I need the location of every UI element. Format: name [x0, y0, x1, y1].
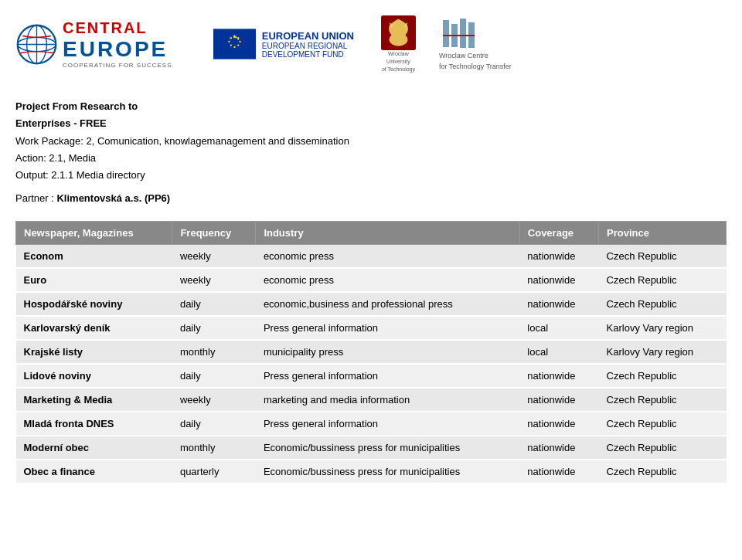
ce-central-label: CENTRAL: [63, 19, 175, 37]
svg-rect-21: [460, 19, 466, 48]
eu-line2: EUROPEAN REGIONAL: [262, 42, 354, 50]
cell-coverage: nationwide: [519, 388, 598, 412]
table-row: Lidové novinydailyPress general informat…: [16, 364, 727, 388]
media-table: Newspaper, Magazines Frequency Industry …: [15, 221, 727, 484]
eu-line1: EUROPEAN UNION: [262, 30, 354, 42]
table-row: Marketing & Mediaweeklymarketing and med…: [16, 388, 727, 412]
project-line1: Project From Research to: [15, 98, 727, 115]
cell-frequency: daily: [172, 364, 256, 388]
table-body: Economweeklyeconomic pressnationwideCzec…: [16, 244, 727, 484]
col-province: Province: [599, 221, 727, 244]
table-row: Karlovarský deníkdailyPress general info…: [16, 316, 727, 340]
ce-text: CENTRAL EUROPE COOPERATING FOR SUCCESS.: [63, 19, 175, 69]
cell-coverage: nationwide: [519, 268, 598, 292]
table-row: Obec a financequarterlyEconomic/bussines…: [16, 460, 727, 484]
wroclaw-logo: Wroclaw University of Technology: [381, 15, 416, 73]
cell-frequency: weekly: [172, 268, 256, 292]
cell-province: Czech Republic: [599, 292, 727, 316]
cell-name: Moderní obec: [16, 436, 172, 460]
svg-rect-19: [443, 20, 449, 47]
cell-frequency: daily: [172, 316, 256, 340]
ce-sub-label: COOPERATING FOR SUCCESS.: [63, 62, 175, 69]
cell-industry: economic press: [256, 268, 519, 292]
cell-province: Czech Republic: [599, 388, 727, 412]
cell-industry: Press general information: [256, 316, 519, 340]
svg-point-11: [233, 46, 235, 48]
cell-province: Karlovy Vary region: [599, 316, 727, 340]
table-row: Euroweeklyeconomic pressnationwideCzech …: [16, 268, 727, 292]
cell-frequency: daily: [172, 292, 256, 316]
cell-coverage: local: [519, 316, 598, 340]
cell-name: Obec a finance: [16, 460, 172, 484]
cell-name: Hospodářské noviny: [16, 292, 172, 316]
cell-name: Marketing & Media: [16, 388, 172, 412]
cell-industry: Economic/bussiness press for municipalit…: [256, 436, 519, 460]
cell-frequency: weekly: [172, 388, 256, 412]
eu-line3: DEVELOPMENT FUND: [262, 50, 354, 59]
globe-icon: [15, 23, 58, 66]
cell-frequency: monthly: [172, 340, 256, 364]
svg-point-15: [233, 36, 235, 38]
svg-point-17: [237, 39, 239, 40]
cell-name: Euro: [16, 268, 172, 292]
wroclaw-centre-logo: Wroclaw Centre for Technology Transfer: [439, 16, 512, 72]
ce-europe-label: EUROPE: [63, 37, 175, 62]
cell-province: Czech Republic: [599, 364, 727, 388]
header-row: Newspaper, Magazines Frequency Industry …: [16, 221, 727, 244]
cell-frequency: monthly: [172, 436, 256, 460]
header-logos: CENTRAL EUROPE COOPERATING FOR SUCCESS.: [15, 8, 727, 84]
table-row: Economweeklyeconomic pressnationwideCzec…: [16, 244, 727, 268]
cell-coverage: nationwide: [519, 412, 598, 436]
project-line3: Work Package: 2, Comunication, knowlagem…: [15, 133, 727, 150]
cell-name: Lidové noviny: [16, 364, 172, 388]
eu-text-block: EUROPEAN UNION EUROPEAN REGIONAL DEVELOP…: [262, 30, 354, 59]
partner-label: Partner :: [15, 192, 56, 204]
svg-point-10: [237, 45, 239, 46]
cell-frequency: weekly: [172, 244, 256, 268]
table-row: Krajské listymonthlymunicipality presslo…: [16, 340, 727, 364]
project-line2: Enterprises - FREE: [15, 115, 727, 132]
cell-coverage: nationwide: [519, 364, 598, 388]
cell-frequency: daily: [172, 412, 256, 436]
svg-point-13: [228, 41, 230, 42]
partner-line: Partner : Klimentovská a.s. (PP6): [15, 190, 727, 207]
cell-province: Czech Republic: [599, 244, 727, 268]
svg-point-9: [239, 41, 240, 42]
cell-coverage: nationwide: [519, 292, 598, 316]
wroclaw-centre-text: Wroclaw Centre for Technology Transfer: [439, 51, 512, 72]
cell-industry: municipality press: [256, 340, 519, 364]
eu-logo: EUROPEAN UNION EUROPEAN REGIONAL DEVELOP…: [213, 29, 354, 59]
project-info: Project From Research to Enterprises - F…: [15, 98, 727, 207]
col-coverage: Coverage: [519, 221, 598, 244]
svg-point-16: [236, 37, 237, 39]
svg-point-12: [230, 45, 231, 46]
col-newspaper: Newspaper, Magazines: [16, 221, 172, 244]
svg-point-14: [230, 37, 231, 39]
cell-province: Czech Republic: [599, 460, 727, 484]
project-line5: Output: 2.1.1 Media directory: [15, 167, 727, 184]
cell-name: Karlovarský deník: [16, 316, 172, 340]
wroclaw-centre-icon: [439, 16, 485, 51]
cell-coverage: nationwide: [519, 436, 598, 460]
cell-industry: Press general information: [256, 364, 519, 388]
wroclaw-university-text: Wroclaw University of Technology: [382, 50, 415, 73]
table-row: Moderní obecmonthlyEconomic/bussiness pr…: [16, 436, 727, 460]
col-industry: Industry: [256, 221, 519, 244]
cell-industry: Economic/bussiness press for municipalit…: [256, 460, 519, 484]
eu-flag-icon: [213, 29, 256, 59]
wroclaw-eagle-icon: [381, 15, 416, 50]
cell-name: Mladá fronta DNES: [16, 412, 172, 436]
central-europe-logo: CENTRAL EUROPE COOPERATING FOR SUCCESS.: [15, 19, 175, 69]
cell-industry: economic press: [256, 244, 519, 268]
cell-industry: Press general information: [256, 412, 519, 436]
partner-name: Klimentovská a.s. (PP6): [56, 192, 170, 204]
cell-name: Econom: [16, 244, 172, 268]
col-frequency: Frequency: [172, 221, 256, 244]
cell-industry: economic,business and professional press: [256, 292, 519, 316]
cell-province: Czech Republic: [599, 268, 727, 292]
cell-coverage: local: [519, 340, 598, 364]
cell-coverage: nationwide: [519, 244, 598, 268]
cell-industry: marketing and media information: [256, 388, 519, 412]
cell-province: Czech Republic: [599, 412, 727, 436]
cell-province: Karlovy Vary region: [599, 340, 727, 364]
